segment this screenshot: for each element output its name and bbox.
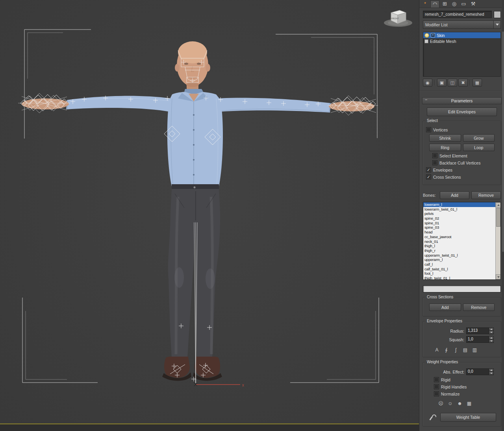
falloff-curve-icon[interactable]: ʃ [452, 346, 460, 353]
chevron-down-icon[interactable] [493, 21, 500, 28]
checkbox-vertices[interactable]: Vertices [426, 127, 498, 132]
configure-modifier-sets-icon[interactable]: ▦ [472, 79, 482, 87]
bone-filter-field[interactable] [423, 285, 501, 292]
motion-tab-icon[interactable]: ◎ [450, 0, 458, 7]
checkbox-select-element[interactable]: Select Element [432, 153, 498, 158]
expand-icon[interactable]: + [431, 33, 435, 37]
modifier-list-dropdown[interactable]: Modifier List [423, 20, 501, 29]
abs-effect-spinner[interactable]: 0,0 [466, 368, 494, 375]
absolute-effect-icon[interactable]: A [433, 346, 441, 353]
spinner-up-icon[interactable] [489, 369, 493, 372]
bake-weights-icon[interactable]: ▦ [465, 400, 473, 407]
view-cube-gizmo[interactable]: FRONT [384, 10, 412, 27]
checkbox-cross-sections[interactable]: ✓Cross Sections [426, 174, 498, 179]
bone-item[interactable]: upperarm_twist_01_l [423, 253, 496, 258]
modify-tab-icon[interactable]: ◠ [430, 0, 439, 7]
separator [470, 80, 471, 85]
spinner-up-icon[interactable] [489, 337, 493, 340]
grow-button[interactable]: Grow [463, 134, 495, 142]
spinner-down-icon[interactable] [489, 340, 493, 342]
display-tab-icon[interactable]: ▭ [460, 0, 468, 7]
include-vertices-icon[interactable]: ☺ [447, 400, 454, 407]
add-bone-button[interactable]: Add [440, 191, 469, 199]
scrollbar-thumb[interactable] [496, 208, 500, 227]
bone-item[interactable]: calf_l [423, 262, 496, 267]
wrench-icon [430, 414, 435, 420]
character-model[interactable] [22, 41, 374, 381]
ring-button[interactable]: Ring [429, 144, 461, 151]
axis-gizmo: x [194, 383, 244, 387]
parameters-rollout-header[interactable]: − Parameters [422, 97, 502, 104]
envelope-properties-title: Envelope Properties [425, 319, 464, 323]
copy-envelope-icon[interactable]: ▤ [461, 346, 469, 353]
abs-effect-value[interactable]: 0,0 [467, 369, 489, 375]
squash-value[interactable]: 1,0 [467, 337, 489, 342]
bone-item[interactable]: thigh_r [423, 248, 496, 253]
select-excluded-icon[interactable]: ☻ [456, 400, 463, 407]
remove-bone-button[interactable]: Remove [471, 191, 501, 199]
bone-item[interactable]: calf_twist_01_l [423, 267, 496, 272]
pin-stack-icon[interactable]: ◉ [423, 79, 432, 87]
bones-list[interactable]: lowerarm_llowerarm_twist_01_lpelvisspine… [423, 202, 501, 280]
radius-value[interactable]: 1,313 [467, 328, 489, 334]
checkbox-box [426, 127, 431, 132]
abs-effect-label: Abs. Effect: [443, 370, 465, 374]
bone-item[interactable]: pelvis [423, 211, 496, 216]
bone-item[interactable]: cc_base_jawroot [423, 235, 496, 239]
spinner-down-icon[interactable] [489, 331, 493, 334]
modifier-stack-list[interactable]: +SkinEditable Mesh [423, 32, 501, 77]
view-cube-face-label[interactable]: FRONT [391, 17, 399, 20]
bone-item[interactable]: lowerarm_l [423, 202, 496, 207]
bone-item[interactable]: upperarm_l [423, 257, 496, 262]
spinner-down-icon[interactable] [489, 372, 493, 375]
bone-item[interactable]: thigh_l [423, 244, 496, 248]
bone-item[interactable]: spine_03 [423, 225, 496, 230]
checkbox-envelopes[interactable]: ✓Envelopes [426, 167, 498, 172]
checkbox-rigid-handles[interactable]: Rigid Handles [434, 384, 498, 389]
checkbox-rigid[interactable]: Rigid [434, 377, 498, 382]
make-unique-icon[interactable]: ◫ [448, 79, 457, 87]
modifier-stack-item[interactable]: +Skin [423, 32, 500, 38]
paperclip-icon[interactable]: ∮ [443, 346, 450, 353]
spinner-up-icon[interactable] [489, 328, 493, 331]
panel-scrollbar[interactable] [502, 0, 504, 431]
bone-item[interactable]: spine_02 [423, 216, 496, 221]
weight-tool-button[interactable] [428, 413, 437, 421]
bone-item[interactable]: thigh_twist_01_l [423, 276, 496, 280]
object-name-field[interactable]: remesh_7_combined_remeshed [423, 11, 492, 18]
loop-button[interactable]: Loop [463, 144, 495, 151]
hierarchy-tab-icon[interactable]: ⊞ [441, 0, 449, 7]
exclude-vertices-icon[interactable]: ☹ [437, 400, 445, 407]
checkbox-box [434, 377, 439, 382]
panel-scrollbar-thumb[interactable] [502, 31, 504, 252]
utilities-tab-icon[interactable]: ⚒ [469, 0, 477, 7]
envelope-properties-group: Envelope Properties Radius: 1,313 Squash… [422, 321, 501, 357]
create-tab-icon[interactable]: * [421, 0, 429, 7]
rollout-title: Parameters [451, 98, 472, 103]
remove-cross-section-button[interactable]: Remove [463, 303, 495, 311]
paste-envelope-icon[interactable]: ▥ [471, 346, 478, 353]
checkbox-label: Normalize [441, 392, 460, 396]
bones-list-scrollbar[interactable] [495, 202, 500, 279]
edit-envelopes-button[interactable]: Edit Envelopes [427, 107, 497, 116]
bone-item[interactable]: foot_l [423, 271, 496, 276]
shrink-button[interactable]: Shrink [429, 134, 461, 142]
radius-spinner[interactable]: 1,313 [466, 327, 494, 334]
object-color-swatch[interactable] [494, 11, 501, 18]
bone-item[interactable]: spine_01 [423, 221, 496, 226]
scroll-up-icon[interactable] [496, 202, 501, 207]
show-end-result-icon[interactable]: ▣ [437, 79, 447, 87]
viewport-canvas[interactable]: x FRONT [0, 0, 419, 424]
weight-table-button[interactable]: Weight Table [440, 413, 496, 422]
bone-item[interactable]: lowerarm_twist_01_l [423, 207, 496, 212]
squash-spinner[interactable]: 1,0 [466, 336, 494, 343]
viewport[interactable]: x FRONT [0, 0, 419, 424]
bone-item[interactable]: neck_01 [423, 239, 496, 244]
checkbox-backface-cull-vertices[interactable]: Backface Cull Vertices [432, 160, 498, 165]
checkbox-normalize[interactable]: Normalize [434, 391, 498, 396]
remove-modifier-icon[interactable]: ✖ [458, 79, 468, 87]
bone-item[interactable]: head [423, 230, 496, 235]
add-cross-section-button[interactable]: Add [429, 303, 461, 311]
scroll-down-icon[interactable] [496, 274, 501, 279]
modifier-stack-item[interactable]: Editable Mesh [423, 38, 500, 44]
